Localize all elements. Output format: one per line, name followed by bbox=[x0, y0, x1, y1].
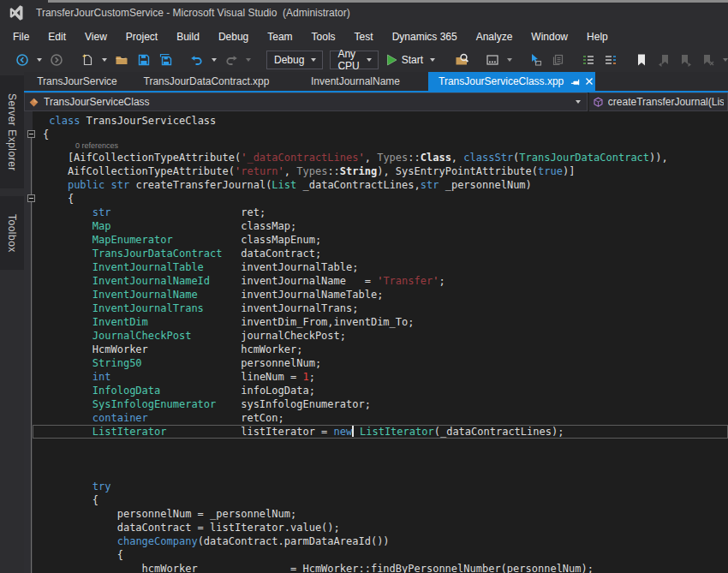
toolbox-tab[interactable]: Toolbox bbox=[0, 196, 24, 270]
toggle-bookmark-button[interactable] bbox=[631, 50, 652, 70]
menu-debug[interactable]: Debug bbox=[209, 27, 258, 46]
menu-build[interactable]: Build bbox=[167, 27, 209, 46]
outline-collapse-box[interactable] bbox=[27, 194, 35, 202]
menu-view[interactable]: View bbox=[75, 27, 116, 46]
code-line[interactable]: String50 personnelNum; bbox=[33, 356, 728, 370]
solution-platform-combo[interactable]: Any CPU bbox=[330, 51, 378, 69]
go-to-definition-button[interactable] bbox=[525, 50, 546, 70]
code-line[interactable]: class TransJourServiceClass bbox=[33, 114, 728, 128]
start-options-chevron-icon[interactable] bbox=[430, 58, 435, 62]
tab-label: TransJourService bbox=[37, 75, 117, 87]
save-icon bbox=[137, 53, 151, 67]
start-debugging-button[interactable]: Start bbox=[383, 54, 441, 66]
tab-transjourdatacontract-xpp[interactable]: TransJourDataContract.xpp bbox=[130, 72, 283, 91]
code-line[interactable]: SysInfologEnumerator sysInfologEnumerato… bbox=[33, 397, 728, 411]
previous-bookmark-button[interactable] bbox=[653, 50, 674, 70]
next-bookmark-button[interactable] bbox=[676, 50, 696, 70]
new-item-button[interactable] bbox=[77, 50, 98, 70]
save-all-button[interactable] bbox=[156, 50, 176, 70]
solution-configuration-combo[interactable]: Debug bbox=[266, 51, 323, 69]
code-line[interactable]: InventDim inventDim_From,inventDim_To; bbox=[33, 315, 728, 329]
code-line[interactable]: public str createTransferJournal(List _d… bbox=[33, 178, 728, 192]
menu-help[interactable]: Help bbox=[577, 27, 618, 46]
code-line[interactable]: InventJournalName inventJournalNameTable… bbox=[33, 288, 728, 301]
code-line[interactable]: container retCon; bbox=[33, 411, 728, 425]
back-history-chevron-icon[interactable] bbox=[37, 58, 42, 62]
clear-bookmarks-button[interactable] bbox=[698, 50, 719, 70]
code-line[interactable]: personnelNum = _personnelNum; bbox=[33, 507, 728, 521]
platform-chevron-icon bbox=[367, 58, 372, 62]
code-line[interactable]: Map classMap; bbox=[33, 219, 728, 233]
new-item-icon bbox=[81, 53, 94, 67]
redo-button[interactable] bbox=[221, 50, 242, 70]
comment-lines-button[interactable] bbox=[578, 50, 599, 70]
toolbar-overflow-chevron-icon[interactable] bbox=[507, 58, 512, 62]
code-line-current[interactable]: ListIterator listIterator = new ListIter… bbox=[33, 425, 728, 439]
code-line[interactable]: InfologData infoLogData; bbox=[33, 384, 728, 397]
code-editor[interactable]: class TransJourServiceClass{0 references… bbox=[24, 111, 728, 573]
menu-file[interactable]: File bbox=[3, 27, 39, 46]
tab-transjourserviceclass-xpp[interactable]: TransJourServiceClass.xpp bbox=[428, 72, 595, 91]
code-line[interactable]: { bbox=[33, 548, 728, 562]
code-line[interactable]: hcmWorker = HcmWorker::findByPersonnelNu… bbox=[33, 562, 728, 573]
code-line[interactable]: TransJourDataContract dataContract; bbox=[33, 247, 728, 260]
duplicate-button[interactable] bbox=[547, 50, 568, 70]
menu-project[interactable]: Project bbox=[116, 27, 167, 46]
find-in-files-button[interactable] bbox=[451, 50, 472, 70]
save-button[interactable] bbox=[134, 50, 154, 70]
code-line[interactable]: try bbox=[33, 480, 728, 493]
undo-button[interactable] bbox=[187, 50, 207, 70]
outline-collapse-box[interactable] bbox=[27, 130, 35, 138]
type-dropdown[interactable]: TransJourServiceClass bbox=[24, 93, 588, 111]
new-item-chevron-icon[interactable] bbox=[102, 58, 107, 62]
code-line[interactable]: [AifCollectionTypeAttribute('_dataContra… bbox=[33, 151, 728, 164]
server-explorer-tab[interactable]: Server Explorer bbox=[0, 75, 24, 188]
code-line[interactable]: changeCompany(dataContract.parmDataAreaI… bbox=[33, 534, 728, 548]
close-icon[interactable] bbox=[585, 77, 594, 86]
codelens-references[interactable]: 0 references bbox=[33, 141, 728, 151]
redo-history-chevron-icon[interactable] bbox=[246, 58, 251, 62]
code-line[interactable] bbox=[33, 466, 728, 480]
tab-transjourservice[interactable]: TransJourService bbox=[24, 72, 130, 91]
menu-analyze[interactable]: Analyze bbox=[467, 27, 522, 46]
bookmark-overflow-chevron-icon[interactable] bbox=[723, 58, 728, 62]
member-dropdown[interactable]: createTransferJournal(List _ bbox=[589, 93, 728, 111]
uncomment-lines-button[interactable] bbox=[600, 50, 621, 70]
menu-dynamics-365[interactable]: Dynamics 365 bbox=[383, 27, 467, 46]
type-dropdown-value: TransJourServiceClass bbox=[44, 96, 569, 108]
menu-edit[interactable]: Edit bbox=[39, 27, 75, 46]
menu-tools[interactable]: Tools bbox=[302, 27, 345, 46]
code-line[interactable] bbox=[33, 439, 728, 452]
window-title: TransferJourCustomService - Microsoft Vi… bbox=[36, 7, 350, 19]
code-line[interactable]: HcmWorker hcmWorker; bbox=[33, 343, 728, 356]
code-line[interactable]: JournalCheckPost journalCheckPost; bbox=[33, 329, 728, 343]
code-line[interactable] bbox=[33, 452, 728, 466]
code-line[interactable]: str ret; bbox=[33, 206, 728, 219]
code-line[interactable]: { bbox=[33, 128, 728, 141]
uncomment-icon bbox=[604, 53, 618, 67]
duplicate-icon bbox=[551, 53, 564, 67]
pin-icon[interactable] bbox=[570, 77, 580, 87]
code-line[interactable]: InventJournalNameId inventJournalName = … bbox=[33, 274, 728, 288]
outline-guide-line bbox=[31, 138, 32, 573]
code-line[interactable]: { bbox=[33, 192, 728, 206]
toolbar: Debug Any CPU Start bbox=[0, 48, 728, 72]
navigate-forward-button[interactable] bbox=[46, 50, 67, 70]
code-line[interactable]: dataContract = listIterator.value(); bbox=[33, 521, 728, 534]
tab-inventjournalname[interactable]: InventJournalName bbox=[283, 72, 428, 91]
window-layout-icon bbox=[486, 53, 499, 67]
code-line[interactable]: int lineNum = 1; bbox=[33, 370, 728, 384]
menu-team[interactable]: Team bbox=[258, 27, 301, 46]
title-bar[interactable]: TransferJourCustomService - Microsoft Vi… bbox=[0, 0, 728, 26]
undo-history-chevron-icon[interactable] bbox=[212, 58, 217, 62]
code-line[interactable]: MapEnumerator classMapEnum; bbox=[33, 233, 728, 247]
code-line[interactable]: { bbox=[33, 493, 728, 507]
code-line[interactable]: InventJournalTrans inventJournalTrans; bbox=[33, 301, 728, 315]
menu-test[interactable]: Test bbox=[345, 27, 383, 46]
code-line[interactable]: InventJournalTable inventJournalTable; bbox=[33, 260, 728, 274]
open-file-button[interactable] bbox=[111, 50, 132, 70]
menu-window[interactable]: Window bbox=[522, 27, 577, 46]
window-layout-button[interactable] bbox=[482, 50, 503, 70]
navigate-back-button[interactable] bbox=[12, 50, 33, 70]
code-line[interactable]: AifCollectionTypeAttribute('return', Typ… bbox=[33, 164, 728, 178]
